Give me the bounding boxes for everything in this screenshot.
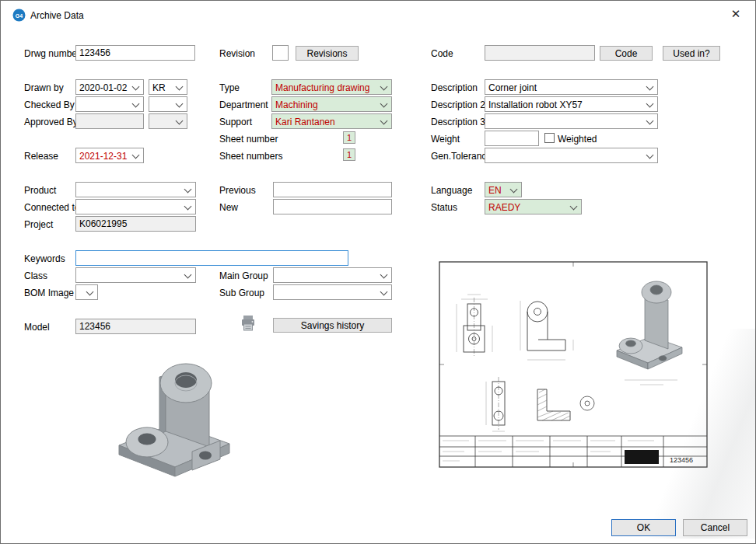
product-label: Product [24, 185, 56, 196]
new-input[interactable] [273, 199, 392, 214]
code-input[interactable] [485, 45, 595, 61]
savings-history-button[interactable]: Savings history [273, 318, 392, 333]
weighted-checkbox[interactable] [544, 133, 555, 143]
printer-icon[interactable] [240, 315, 256, 332]
archive-data-dialog: G4 Archive Data ✕ Drwg number Revision R… [0, 0, 756, 544]
drwg-number-label: Drwg number [24, 48, 80, 59]
cancel-button[interactable]: Cancel [683, 519, 747, 536]
main-group-label: Main Group [219, 270, 268, 281]
code-button[interactable]: Code [600, 46, 653, 61]
previous-label: Previous [219, 185, 256, 196]
chevron-down-icon [86, 288, 94, 296]
chevron-down-icon [646, 152, 654, 159]
chevron-down-icon [646, 117, 654, 125]
chevron-down-icon [184, 271, 192, 279]
revision-input[interactable] [272, 45, 289, 61]
product-combo[interactable] [75, 182, 196, 197]
sheet-numbers-box[interactable]: 1 [343, 148, 355, 161]
approved-by-initials-combo[interactable] [149, 113, 187, 129]
drawing-number-text: 123456 [670, 456, 693, 464]
approved-by-date-input[interactable] [75, 113, 144, 129]
sub-group-label: Sub Group [219, 288, 264, 298]
support-label: Support [219, 117, 252, 127]
description-combo[interactable]: Corner joint [485, 79, 658, 95]
sheet-numbers-label: Sheet numbers [219, 151, 282, 162]
drwg-number-input[interactable] [75, 45, 195, 61]
chevron-down-icon [132, 100, 140, 108]
description2-label: Description 2 [431, 99, 485, 110]
drawn-by-date-value: 2020-01-02 [79, 82, 131, 93]
class-label: Class [24, 270, 47, 281]
chevron-down-icon [132, 152, 140, 159]
chevron-down-icon [176, 83, 184, 91]
chevron-down-icon [176, 117, 184, 125]
chevron-down-icon [184, 203, 192, 211]
bom-image-label: BOM Image [24, 288, 74, 298]
keywords-label: Keywords [24, 253, 65, 264]
chevron-down-icon [380, 83, 388, 91]
sub-group-combo[interactable] [273, 284, 392, 300]
chevron-down-icon [184, 186, 192, 194]
language-label: Language [431, 185, 472, 196]
class-combo[interactable] [75, 267, 196, 283]
description2-value: Installation robot XY57 [488, 99, 645, 110]
department-combo[interactable]: Machining [271, 96, 392, 112]
status-combo[interactable]: RAEDY [485, 199, 582, 214]
chevron-down-icon [380, 288, 388, 296]
keywords-input[interactable] [75, 250, 348, 266]
drawing-preview: 123456 [421, 251, 726, 489]
corner-joint-3d-image [75, 352, 262, 504]
connected-to-combo[interactable] [75, 199, 196, 214]
drawn-by-initials-combo[interactable]: KR [149, 79, 187, 95]
status-label: Status [431, 202, 457, 213]
close-icon[interactable]: ✕ [728, 7, 744, 21]
new-label: New [219, 202, 238, 213]
release-date-combo[interactable]: 2021-12-31 [75, 148, 144, 163]
drawn-by-date-combo[interactable]: 2020-01-02 [75, 79, 144, 95]
description3-label: Description 3 [431, 117, 485, 127]
type-combo[interactable]: Manufacturing drawing [271, 79, 392, 95]
support-value: Kari Rantanen [275, 117, 379, 127]
chevron-down-icon [380, 117, 388, 125]
app-icon: G4 [12, 9, 26, 22]
weighted-label: Weighted [558, 134, 597, 145]
window-title: Archive Data [30, 10, 84, 21]
language-value: EN [488, 185, 509, 196]
drawn-by-initials-value: KR [152, 82, 174, 93]
type-label: Type [219, 82, 240, 93]
weight-input[interactable] [485, 131, 539, 146]
used-in-button[interactable]: Used in? [663, 46, 720, 61]
chevron-down-icon [380, 271, 388, 279]
project-label: Project [24, 219, 53, 230]
description-value: Corner joint [488, 82, 645, 93]
bom-image-combo[interactable] [75, 284, 98, 300]
sheet-number-label: Sheet number [219, 134, 278, 145]
support-combo[interactable]: Kari Rantanen [271, 113, 392, 129]
checked-by-label: Checked By [24, 99, 75, 110]
project-input[interactable] [75, 216, 196, 232]
code-label: Code [431, 48, 453, 59]
drawn-by-label: Drawn by [24, 82, 64, 93]
chevron-down-icon [132, 83, 140, 91]
ok-button[interactable]: OK [611, 519, 676, 536]
revision-label: Revision [219, 48, 255, 59]
language-combo[interactable]: EN [485, 182, 522, 197]
department-label: Department [219, 99, 268, 110]
previous-input[interactable] [273, 182, 392, 197]
checked-by-date-combo[interactable] [75, 96, 144, 112]
app-icon-text: G4 [16, 13, 23, 19]
weight-label: Weight [431, 134, 460, 145]
description2-combo[interactable]: Installation robot XY57 [485, 96, 658, 112]
checked-by-initials-combo[interactable] [149, 96, 187, 112]
chevron-down-icon [510, 186, 518, 194]
department-value: Machining [275, 99, 379, 110]
drawing-sheet-image: 123456 [421, 251, 726, 489]
chevron-down-icon [176, 100, 184, 108]
model-input[interactable] [75, 319, 196, 334]
description3-combo[interactable] [485, 113, 658, 129]
main-group-combo[interactable] [273, 267, 392, 283]
revisions-button[interactable]: Revisions [296, 46, 359, 61]
chevron-down-icon [380, 100, 388, 108]
sheet-number-box[interactable]: 1 [343, 131, 355, 144]
gen-tolerances-combo[interactable] [485, 148, 658, 163]
